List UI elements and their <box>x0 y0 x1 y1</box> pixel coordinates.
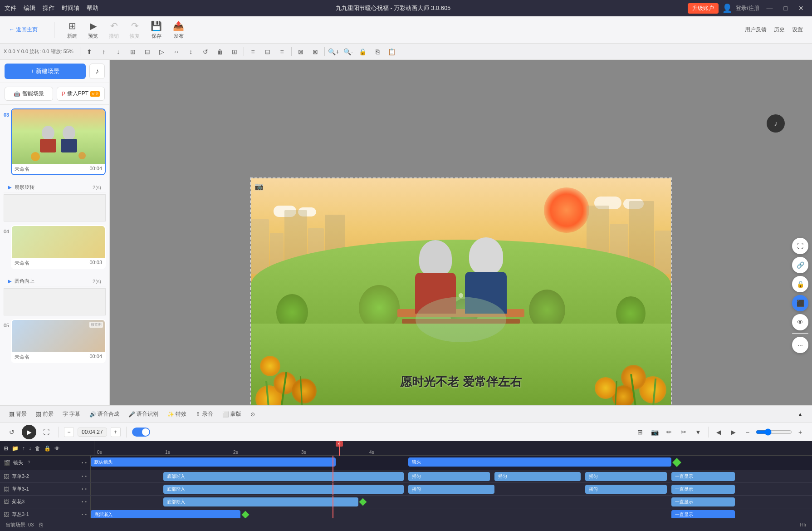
lock-ratio-button[interactable]: 🔗 <box>792 257 808 273</box>
rotate-button[interactable]: ↺ <box>199 45 212 58</box>
keyframe-grasscluster31[interactable] <box>242 511 249 518</box>
mask-button[interactable]: ⬜ 蒙版 <box>219 408 245 420</box>
upgrade-button[interactable]: 升级账户 <box>688 3 719 14</box>
clip-grasscluster31-fade[interactable]: 底部渐入 <box>91 510 240 518</box>
flip-v-button[interactable]: ↕ <box>185 45 197 58</box>
camera-dot2[interactable]: • <box>85 460 87 465</box>
menu-help[interactable]: 帮助 <box>87 4 98 12</box>
menu-timeline[interactable]: 时间轴 <box>62 4 79 12</box>
new-scene-button[interactable]: + 新建场景 <box>5 64 86 79</box>
track-up-button[interactable]: ↑ <box>22 445 25 452</box>
copy-button[interactable]: ⎘ <box>371 45 384 58</box>
music-button[interactable]: ♪ <box>89 64 105 79</box>
grass31-dot2[interactable]: • <box>85 487 87 492</box>
zoom-out-ctrl-button[interactable]: − <box>741 426 754 438</box>
settings-button[interactable]: 设置 <box>792 26 803 34</box>
insert-ppt-button[interactable]: P 插入PPT VIP <box>57 87 105 101</box>
publish-button[interactable]: 📤 发布 <box>173 20 184 39</box>
login-button[interactable]: 登录/注册 <box>736 5 759 12</box>
fullscreen-ctrl-button[interactable]: ⛶ <box>40 426 53 438</box>
smart-scene-button[interactable]: 🤖 智能场景 <box>5 87 53 101</box>
clip-grass31-fade[interactable]: 底部渐入 <box>163 485 404 494</box>
scene-item-04[interactable]: 未命名 00:03 <box>11 225 106 269</box>
hide-button[interactable]: 👁 <box>792 314 808 330</box>
align-down-button[interactable]: ↓ <box>112 45 125 58</box>
clip-grass32-swing2[interactable]: 摇匀 <box>494 472 581 481</box>
track-down-button[interactable]: ↓ <box>29 445 31 452</box>
tts-button[interactable]: 🔊 语音合成 <box>86 408 123 420</box>
align-right-edge-button[interactable]: ≡ <box>276 45 289 58</box>
lock-button[interactable]: 🔒 <box>357 45 369 58</box>
arrow-left-button[interactable]: ◀ <box>712 426 725 438</box>
track-eye-button[interactable]: 👁 <box>54 445 60 452</box>
snapshot-button[interactable]: 📷 <box>648 426 661 438</box>
canvas-frame[interactable]: 愿时光不老 爱常伴左右 📷 <box>250 177 672 413</box>
more-feat-button[interactable]: ⊙ <box>247 409 259 419</box>
minimize-button[interactable]: — <box>763 3 777 14</box>
track-delete-button[interactable]: 🗑 <box>35 445 40 452</box>
loop-toggle[interactable] <box>132 428 150 437</box>
zoom-in-button[interactable]: 🔍+ <box>328 45 340 58</box>
clip-grass32-swing1[interactable]: 摇匀 <box>408 472 490 481</box>
undo-button[interactable]: ↶ 撤销 <box>109 20 119 39</box>
grass32-dot2[interactable]: • <box>85 474 87 479</box>
music-float-button[interactable]: ♪ <box>767 114 785 133</box>
clip-grass32-swing3[interactable]: 摇匀 <box>585 472 667 481</box>
asr-button[interactable]: 🎤 语音识别 <box>125 408 162 420</box>
align-left-edge-button[interactable]: ≡ <box>247 45 259 58</box>
camera-help-icon[interactable]: ? <box>28 460 30 465</box>
undo-ctrl-button[interactable]: ↺ <box>5 426 18 438</box>
expand-bottom-button[interactable]: ▲ <box>794 408 807 421</box>
close-button[interactable]: ✕ <box>795 3 807 14</box>
new-button[interactable]: ⊞ 新建 <box>67 20 77 39</box>
edit-button[interactable]: ✏ <box>663 426 675 438</box>
keyframe-chrysanthemum3[interactable] <box>359 498 367 506</box>
foreground-button[interactable]: 🖼 前景 <box>32 408 57 420</box>
chrysanthemum3-dot2[interactable]: • <box>85 499 87 504</box>
scene-item-03[interactable]: 未命名 00:04 <box>11 108 106 175</box>
grasscluster31-dot1[interactable]: • <box>82 512 83 517</box>
filter-button[interactable]: ▼ <box>692 426 704 438</box>
clip-grass32-fade[interactable]: 底部渐入 <box>163 472 404 481</box>
user-feedback-button[interactable]: 用户反馈 <box>745 26 767 34</box>
back-home-button[interactable]: ← 返回主页 <box>9 26 38 34</box>
menu-file[interactable]: 文件 <box>5 4 16 12</box>
zoom-slider[interactable] <box>756 428 792 436</box>
flip-h-button[interactable]: ↔ <box>170 45 183 58</box>
track-lock-button[interactable]: 🔒 <box>44 445 51 452</box>
clip-chrysanthemum3-always[interactable]: 一直显示 <box>671 497 735 506</box>
lock-position-button[interactable]: 🔒 <box>792 276 808 292</box>
clip-chrysanthemum3-fade[interactable]: 底部渐入 <box>163 497 358 506</box>
status-copy-icon[interactable]: ⎘ <box>39 521 43 528</box>
arrow-right-button[interactable]: ▶ <box>727 426 739 438</box>
grass32-dot1[interactable]: • <box>82 474 83 479</box>
keyframe-align-button[interactable]: ⊞ <box>634 426 646 438</box>
clip-grass31-swing1[interactable]: 摇匀 <box>408 485 494 494</box>
expand-canvas-button[interactable]: ⛶ <box>792 238 808 254</box>
preview-button[interactable]: ▶ 预览 <box>88 20 98 39</box>
redo-button[interactable]: ↷ 恢复 <box>130 20 140 39</box>
save-button[interactable]: 💾 保存 <box>151 20 162 39</box>
keyframe-camera[interactable] <box>672 458 681 467</box>
active-panel-button[interactable]: ⬛ <box>792 295 808 311</box>
history-button[interactable]: 历史 <box>774 26 785 34</box>
crop-button[interactable]: ⊞ <box>228 45 241 58</box>
paste-button[interactable]: 📋 <box>386 45 398 58</box>
align-right-button[interactable]: ▷ <box>156 45 168 58</box>
time-plus-button[interactable]: + <box>111 427 121 437</box>
menu-operate[interactable]: 操作 <box>43 4 54 12</box>
align-top-button[interactable]: ⬆ <box>83 45 96 58</box>
clip-grass31-always[interactable]: 一直显示 <box>671 485 735 494</box>
delete-button[interactable]: 🗑 <box>214 45 226 58</box>
grass31-dot1[interactable]: • <box>82 487 83 492</box>
clip-grasscluster31-always[interactable]: 一直显示 <box>671 510 735 518</box>
maximize-button[interactable]: □ <box>780 3 791 14</box>
align-center-h-button[interactable]: ⊟ <box>141 45 154 58</box>
camera-dot1[interactable]: • <box>82 460 83 465</box>
zoom-out-button[interactable]: 🔍- <box>342 45 355 58</box>
align-center-v-button[interactable]: ⊟ <box>261 45 274 58</box>
distribute-h-button[interactable]: ⊠ <box>294 45 307 58</box>
distribute-v-button[interactable]: ⊠ <box>309 45 322 58</box>
zoom-in-ctrl-button[interactable]: + <box>794 426 807 438</box>
align-up-button[interactable]: ↑ <box>98 45 110 58</box>
